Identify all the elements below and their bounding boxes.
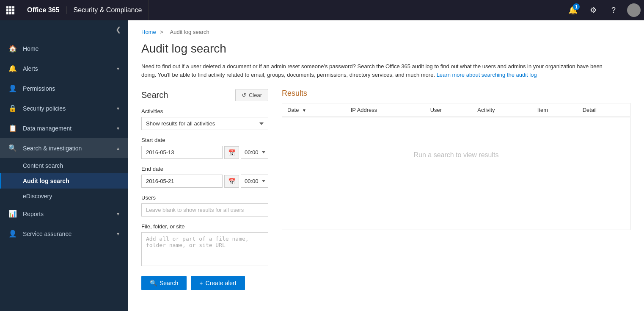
col-date-label: Date xyxy=(287,107,299,113)
col-date[interactable]: Date ▼ xyxy=(282,103,346,117)
sidebar-item-label: Security policies xyxy=(23,105,117,112)
sidebar-item-home[interactable]: 🏠 Home xyxy=(0,39,128,58)
start-date-input[interactable] xyxy=(141,146,223,159)
chevron-down-icon: ▾ xyxy=(117,125,119,131)
start-date-label: Start date xyxy=(141,137,268,143)
end-date-label: End date xyxy=(141,166,268,172)
activities-select[interactable]: Show results for all activities xyxy=(141,117,268,130)
sidebar-item-ediscovery[interactable]: eDiscovery xyxy=(0,189,128,204)
search-button[interactable]: 🔍 Search xyxy=(141,276,187,290)
start-time-select[interactable]: 00:00 xyxy=(241,146,268,159)
sidebar: ❮ 🏠 Home 🔔 Alerts ▾ 👤 Permissions 🔒 Secu… xyxy=(0,20,128,311)
notification-button[interactable]: 🔔 1 xyxy=(563,0,583,20)
end-time-select[interactable]: 00:00 xyxy=(241,175,268,188)
sidebar-item-label: Permissions xyxy=(23,85,119,92)
end-date-input[interactable] xyxy=(141,175,223,188)
topbar: Office 365 Security & Compliance 🔔 1 ⚙ ? xyxy=(0,0,644,20)
sidebar-item-label: Reports xyxy=(23,211,117,217)
help-button[interactable]: ? xyxy=(603,0,624,20)
breadcrumb-separator: > xyxy=(160,29,163,35)
file-textarea[interactable] xyxy=(141,232,268,266)
chevron-down-icon: ▾ xyxy=(117,231,119,237)
main-layout: ❮ 🏠 Home 🔔 Alerts ▾ 👤 Permissions 🔒 Secu… xyxy=(0,20,644,311)
topbar-icons: 🔔 1 ⚙ ? xyxy=(563,0,644,20)
audit-log-search-label: Audit log search xyxy=(23,178,69,184)
reports-icon: 📊 xyxy=(8,210,17,218)
col-activity-label: Activity xyxy=(477,107,495,113)
search-panel-title: Search xyxy=(141,90,168,100)
sidebar-collapse[interactable]: ❮ xyxy=(0,20,128,39)
clear-label: Clear xyxy=(249,92,262,98)
svg-rect-6 xyxy=(6,12,8,14)
chevron-up-icon: ▴ xyxy=(117,145,119,151)
search-investigation-icon: 🔍 xyxy=(8,144,17,152)
service-assurance-icon: 👤 xyxy=(8,230,17,238)
start-date-row: 📅 00:00 xyxy=(141,146,268,159)
col-detail-label: Detail xyxy=(583,107,597,113)
sidebar-item-alerts[interactable]: 🔔 Alerts ▾ xyxy=(0,58,128,78)
page-title: Audit log search xyxy=(141,42,630,56)
col-ip-label: IP Address xyxy=(351,107,377,113)
sidebar-item-data-management[interactable]: 📋 Data management ▾ xyxy=(0,118,128,138)
col-item: Item xyxy=(532,103,578,117)
results-table: Date ▼ IP Address User Act xyxy=(282,103,630,193)
col-detail: Detail xyxy=(578,103,630,117)
svg-rect-0 xyxy=(6,6,8,8)
svg-rect-4 xyxy=(9,9,11,11)
users-field: Users xyxy=(141,194,268,217)
start-date-calendar-button[interactable]: 📅 xyxy=(224,146,239,159)
svg-rect-8 xyxy=(12,12,14,14)
sidebar-item-reports[interactable]: 📊 Reports ▾ xyxy=(0,204,128,224)
sidebar-item-permissions[interactable]: 👤 Permissions xyxy=(0,78,128,98)
chevron-down-icon: ▾ xyxy=(117,106,119,111)
activities-field: Activities Show results for all activiti… xyxy=(141,108,268,130)
results-title: Results xyxy=(282,89,630,98)
end-date-row: 📅 00:00 xyxy=(141,175,268,188)
help-icon: ? xyxy=(611,6,616,15)
sidebar-item-label: Search & investigation xyxy=(23,145,117,152)
calendar-icon: 📅 xyxy=(228,149,235,156)
file-label: File, folder, or site xyxy=(141,223,268,230)
svg-rect-2 xyxy=(12,6,14,8)
search-icon: 🔍 xyxy=(150,280,157,286)
learn-more-link[interactable]: Learn more about searching the audit log xyxy=(437,72,537,78)
sidebar-item-security-policies[interactable]: 🔒 Security policies ▾ xyxy=(0,98,128,118)
activities-label: Activities xyxy=(141,108,268,114)
search-panel-header: Search ↺ Clear xyxy=(141,89,268,101)
user-avatar[interactable] xyxy=(624,0,644,20)
sidebar-item-label: Data management xyxy=(23,125,117,132)
svg-rect-5 xyxy=(12,9,14,11)
home-icon: 🏠 xyxy=(8,44,17,53)
start-date-field: Start date 📅 00:00 xyxy=(141,137,268,159)
col-user-label: User xyxy=(430,107,442,113)
col-ip-address: IP Address xyxy=(346,103,425,117)
avatar xyxy=(627,3,641,17)
breadcrumb-home[interactable]: Home xyxy=(141,29,156,35)
results-table-header: Date ▼ IP Address User Act xyxy=(282,103,630,117)
clear-button[interactable]: ↺ Clear xyxy=(235,89,268,101)
permissions-icon: 👤 xyxy=(8,84,17,92)
ediscovery-label: eDiscovery xyxy=(23,193,52,200)
content-search-label: Content search xyxy=(23,162,63,169)
data-management-icon: 📋 xyxy=(8,124,17,132)
waffle-icon[interactable] xyxy=(0,0,20,20)
collapse-icon[interactable]: ❮ xyxy=(116,25,121,33)
settings-button[interactable]: ⚙ xyxy=(583,0,603,20)
content-area: Home > Audit log search Audit log search… xyxy=(128,20,644,311)
sidebar-item-audit-log-search[interactable]: Audit log search xyxy=(0,173,128,189)
alerts-icon: 🔔 xyxy=(8,64,17,72)
sidebar-item-content-search[interactable]: Content search xyxy=(0,158,128,173)
page-description: Need to find out if a user deleted a doc… xyxy=(141,62,607,79)
sidebar-item-label: Home xyxy=(23,45,119,52)
end-date-calendar-button[interactable]: 📅 xyxy=(224,175,239,188)
notification-badge: 1 xyxy=(573,3,580,10)
topbar-brand: Office 365 Security & Compliance xyxy=(20,0,149,20)
sidebar-item-service-assurance[interactable]: 👤 Service assurance ▾ xyxy=(0,224,128,244)
create-alert-button[interactable]: + Create alert xyxy=(191,276,245,290)
svg-rect-1 xyxy=(9,6,11,8)
search-button-label: Search xyxy=(160,280,178,286)
security-policies-icon: 🔒 xyxy=(8,104,17,112)
users-input[interactable] xyxy=(141,203,268,217)
end-date-field: End date 📅 00:00 xyxy=(141,166,268,188)
sidebar-item-search-investigation[interactable]: 🔍 Search & investigation ▴ xyxy=(0,138,128,158)
